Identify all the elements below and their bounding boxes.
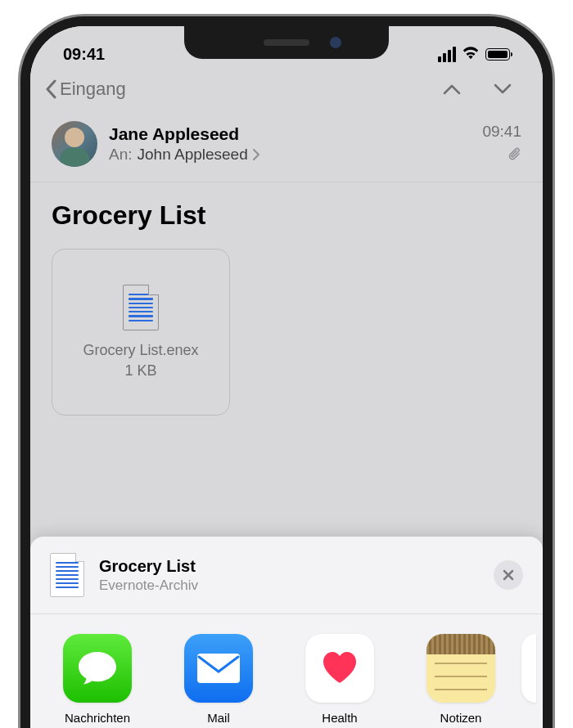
cellular-signal-icon xyxy=(438,47,456,62)
share-sheet-title: Grocery List xyxy=(99,557,479,576)
share-app-messages[interactable]: Nachrichten xyxy=(37,634,158,725)
status-indicators xyxy=(438,45,510,64)
health-app-icon xyxy=(305,634,374,703)
close-button[interactable] xyxy=(494,560,523,590)
share-sheet-subtitle: Evernote-Archiv xyxy=(99,577,479,594)
front-camera xyxy=(330,37,341,48)
message-subject: Grocery List xyxy=(30,182,543,249)
next-message-button[interactable] xyxy=(494,83,512,95)
status-time: 09:41 xyxy=(63,45,105,64)
navigation-bar: Eingang xyxy=(30,69,543,113)
chevron-left-icon xyxy=(45,79,56,99)
notes-app-icon xyxy=(426,634,495,703)
device-frame: 09:41 Eingang xyxy=(20,16,553,728)
speaker xyxy=(264,39,309,46)
screen: 09:41 Eingang xyxy=(30,26,543,728)
attachment-filename: Grocery List.enex xyxy=(83,342,198,359)
battery-icon xyxy=(485,48,510,61)
app-label: Health xyxy=(322,711,357,725)
share-apps-row[interactable]: Nachrichten Mail xyxy=(30,614,543,728)
wifi-icon xyxy=(462,45,480,64)
share-sheet-header: Grocery List Evernote-Archiv xyxy=(30,537,543,614)
attachment-size: 1 KB xyxy=(124,362,156,380)
share-app-health[interactable]: Health xyxy=(279,634,400,725)
to-label: An: xyxy=(109,146,133,164)
app-label: Notizen xyxy=(440,711,482,725)
attachment-indicator-icon xyxy=(482,147,521,166)
document-icon xyxy=(123,285,159,330)
document-icon xyxy=(50,553,84,597)
app-label: Mail xyxy=(207,711,230,725)
chevron-right-icon xyxy=(253,149,259,160)
share-sheet: Grocery List Evernote-Archiv Nac xyxy=(30,537,543,728)
share-app-partial[interactable] xyxy=(521,634,536,703)
sender-avatar[interactable] xyxy=(52,121,97,167)
recipient-row[interactable]: An: John Appleseed xyxy=(109,146,471,164)
close-icon xyxy=(503,569,514,581)
message-nav-arrows xyxy=(443,83,528,95)
notch xyxy=(184,26,389,59)
back-button[interactable]: Eingang xyxy=(45,79,126,100)
app-label: Nachrichten xyxy=(65,711,130,725)
share-app-mail[interactable]: Mail xyxy=(158,634,279,725)
svg-rect-0 xyxy=(197,654,240,683)
sender-name: Jane Appleseed xyxy=(109,124,471,144)
back-label: Eingang xyxy=(60,79,126,100)
messages-app-icon xyxy=(63,634,132,703)
attachment-tile[interactable]: Grocery List.enex 1 KB xyxy=(52,249,230,416)
header-meta: 09:41 xyxy=(482,123,521,166)
share-app-notes[interactable]: Notizen xyxy=(400,634,521,725)
mail-app-icon xyxy=(184,634,253,703)
recipient-name: John Appleseed xyxy=(138,146,248,164)
message-header: Jane Appleseed An: John Appleseed 09:41 xyxy=(30,113,543,182)
message-time: 09:41 xyxy=(482,123,521,141)
previous-message-button[interactable] xyxy=(443,83,461,95)
